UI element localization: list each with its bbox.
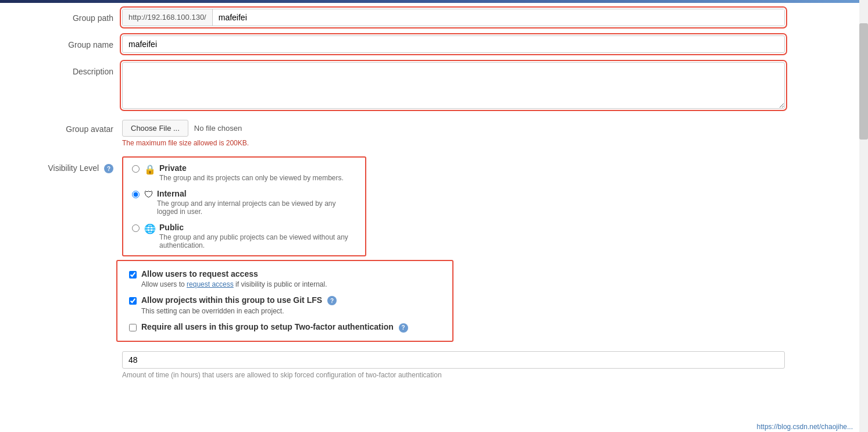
require-2fa-row: Require all users in this group to setup…: [129, 322, 441, 332]
description-label: Description: [12, 62, 122, 76]
visibility-options-box: 🔒 Private The group and its projects can…: [122, 156, 366, 256]
description-input[interactable]: [122, 62, 785, 109]
allow-lfs-checkbox[interactable]: [129, 297, 137, 305]
scrollbar[interactable]: [859, 0, 868, 400]
visibility-public-option: 🌐 Public The group and any public projec…: [132, 223, 356, 249]
require-2fa-checkbox[interactable]: [129, 324, 137, 331]
access-options-box: Allow users to request access Allow user…: [116, 260, 453, 342]
visibility-help-icon[interactable]: ?: [104, 164, 113, 173]
scrollbar-thumb[interactable]: [859, 23, 868, 140]
group-avatar-label: Group avatar: [12, 120, 122, 134]
two-fa-help-icon[interactable]: ?: [399, 323, 408, 333]
allow-request-access-label: Allow users to request access: [141, 269, 327, 279]
allow-request-access-desc: Allow users to request access if visibil…: [141, 280, 327, 288]
visibility-private-option: 🔒 Private The group and its projects can…: [132, 163, 356, 182]
url-prefix: http://192.168.100.130/: [123, 9, 213, 26]
request-access-link[interactable]: request access: [187, 280, 234, 288]
public-icon: 🌐: [144, 223, 156, 234]
choose-file-button[interactable]: Choose File ...: [122, 120, 188, 137]
group-name-label: Group name: [12, 35, 122, 49]
no-file-label: No file chosen: [194, 124, 242, 133]
visibility-internal-option: 🛡 Internal The group and any internal pr…: [132, 189, 356, 216]
group-path-input[interactable]: [213, 9, 784, 26]
private-label: Private: [159, 163, 344, 173]
skip-hours-input[interactable]: [122, 351, 785, 369]
private-desc: The group and its projects can only be v…: [159, 174, 344, 182]
visibility-internal-radio[interactable]: [132, 191, 140, 198]
group-path-label: Group path: [12, 9, 122, 23]
allow-lfs-label: Allow projects within this group to use …: [141, 295, 337, 305]
visibility-private-radio[interactable]: [132, 165, 140, 173]
skip-hours-hint: Amount of time (in hours) that users are…: [122, 371, 837, 379]
private-icon: 🔒: [144, 164, 156, 175]
require-2fa-label: Require all users in this group to setup…: [141, 322, 408, 332]
file-size-hint: The maximum file size allowed is 200KB.: [122, 139, 837, 147]
visibility-public-radio[interactable]: [132, 224, 140, 232]
visibility-level-label: Visibility Level ?: [12, 156, 122, 173]
skip-hours-label: [12, 351, 122, 356]
allow-lfs-desc: This setting can be overridden in each p…: [141, 307, 337, 315]
allow-request-access-checkbox[interactable]: [129, 271, 137, 279]
lfs-help-icon[interactable]: ?: [327, 296, 337, 305]
allow-lfs-row: Allow projects within this group to use …: [129, 295, 441, 315]
internal-icon: 🛡: [144, 190, 153, 200]
group-path-input-wrapper: http://192.168.100.130/: [122, 9, 785, 26]
allow-request-access-row: Allow users to request access Allow user…: [129, 269, 441, 288]
public-label: Public: [159, 223, 356, 232]
internal-label: Internal: [157, 189, 356, 198]
group-name-input[interactable]: [122, 35, 785, 53]
internal-desc: The group and any internal projects can …: [157, 199, 356, 216]
public-desc: The group and any public projects can be…: [159, 233, 356, 249]
